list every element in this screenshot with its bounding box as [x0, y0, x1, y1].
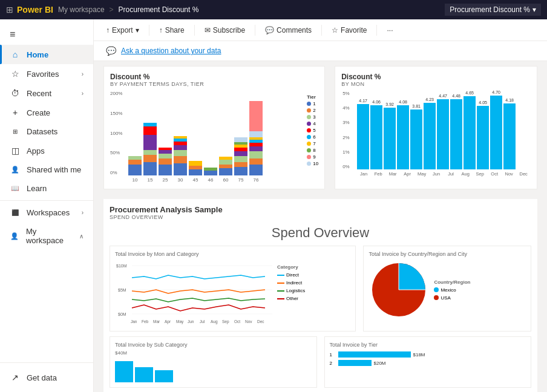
- sidebar-item-shared[interactable]: 👤 Shared with me: [0, 160, 93, 179]
- breadcrumb-sep: >: [110, 5, 114, 14]
- qa-bar[interactable]: 💬 Ask a question about your data: [94, 41, 547, 61]
- sidebar-label-workspaces: Workspaces: [27, 208, 70, 217]
- sidebar-item-home[interactable]: ⌂ Home: [0, 45, 93, 64]
- favorite-button[interactable]: ☆ Favorite: [327, 24, 372, 37]
- svg-text:Feb: Feb: [142, 319, 149, 324]
- bar-mar: 3.92: [384, 102, 396, 169]
- y-axis-label: 0%: [110, 170, 127, 175]
- share-button[interactable]: ↑ Share: [154, 24, 189, 37]
- legend-tier-1: 1: [307, 101, 318, 106]
- sidebar-item-create[interactable]: + Create: [0, 103, 93, 122]
- sidebar-item-datasets[interactable]: ⊞ Datasets: [0, 122, 93, 141]
- sidebar-label-learn: Learn: [27, 184, 47, 193]
- bar-46: [204, 168, 217, 175]
- sidebar-item-apps[interactable]: ◫ Apps: [0, 141, 93, 160]
- sidebar-label-myworkspace: My workspace: [26, 227, 73, 245]
- sidebar-label-apps: Apps: [27, 146, 45, 155]
- tier-legend: 1 2 3 4 5 6 7 8 9 10: [307, 101, 318, 166]
- bar-may: 3.81: [410, 104, 422, 169]
- sidebar-label-shared: Shared with me: [27, 165, 81, 174]
- subscribe-button[interactable]: ✉ Subscribe: [200, 24, 250, 37]
- main-layout: ≡ ⌂ Home ☆ Favorites › ⏱ Recent › + Crea…: [0, 19, 547, 392]
- svg-text:$10M: $10M: [116, 264, 127, 268]
- bar-aug: 4.48: [450, 94, 462, 169]
- bar-oct: 4.05: [477, 100, 489, 169]
- hamburger-button[interactable]: ≡: [0, 24, 93, 45]
- topbar: ⊞ Power BI My workspace > Procurement Di…: [0, 0, 547, 19]
- chart2-subtitle: BY MON: [341, 81, 531, 87]
- y-axis-label: 100%: [110, 131, 127, 136]
- export-icon: ↑: [106, 26, 110, 34]
- bottom-charts: Total Invoice by Sub Category $40M Total…: [110, 336, 531, 388]
- export-button[interactable]: ↑ Export ▾: [101, 24, 144, 37]
- tier-chart: Total Invoice by Tier 1 $18M 2 $20M: [324, 336, 532, 388]
- sidebar-divider: [0, 200, 93, 201]
- legend-tier-5: 5: [307, 128, 318, 133]
- chevron-myworkspace: ∧: [79, 233, 84, 240]
- bar-apr: 4.08: [397, 100, 409, 169]
- svg-text:Nov: Nov: [245, 319, 252, 324]
- workspace-link[interactable]: My workspace: [58, 5, 105, 14]
- toolbar-sep-4: [321, 25, 322, 36]
- getdata-icon: ↗: [10, 373, 21, 382]
- sidebar-label-favorites: Favorites: [27, 70, 59, 79]
- svg-text:Oct: Oct: [234, 319, 240, 324]
- favorite-icon: ☆: [332, 26, 338, 34]
- sidebar-item-recent[interactable]: ⏱ Recent ›: [0, 83, 93, 103]
- comments-button[interactable]: 💬 Comments: [260, 24, 316, 37]
- procurement-title: Procurement Analysis Sample: [110, 205, 531, 214]
- sidebar-item-myworkspace[interactable]: 👤 My workspace ∧: [0, 222, 93, 250]
- toolbar-sep-2: [194, 25, 195, 36]
- chart1-subtitle: BY PAYMENT TERMS DAYS, TIER: [110, 81, 318, 87]
- stacked-bars: [110, 91, 304, 175]
- qa-text[interactable]: Ask a question about your data: [121, 47, 221, 55]
- line-chart-container: Total Invoice by Mon and Category $10M $…: [110, 246, 356, 332]
- legend-tier-4: 4: [307, 121, 318, 126]
- svg-text:Apr: Apr: [165, 319, 171, 324]
- bar-30: [174, 136, 187, 175]
- svg-text:Sep: Sep: [222, 319, 229, 324]
- y-axis-label: 150%: [110, 111, 127, 116]
- apps-icon[interactable]: ⊞: [6, 5, 13, 15]
- svg-text:Jul: Jul: [200, 319, 205, 324]
- more-button[interactable]: ···: [382, 24, 398, 37]
- svg-text:Jun: Jun: [188, 319, 194, 324]
- myworkspace-icon: 👤: [10, 232, 20, 240]
- svg-text:Dec: Dec: [257, 319, 264, 324]
- legend-tier-10: 10: [307, 161, 318, 166]
- sidebar-item-workspaces[interactable]: ⬛ Workspaces ›: [0, 203, 93, 222]
- sidebar-item-getdata[interactable]: ↗ Get data: [0, 368, 93, 387]
- chart2-title: Discount %: [341, 73, 531, 81]
- chevron-icon: ›: [82, 71, 84, 77]
- home-icon: ⌂: [10, 50, 21, 59]
- bar-76: [249, 101, 263, 175]
- bar-nov: 4.70: [490, 90, 502, 169]
- bar-jul: 4.47: [437, 94, 449, 169]
- sidebar-label-getdata: Get data: [27, 373, 57, 382]
- tier-row-2: 2 $20M: [330, 360, 526, 366]
- toolbar-sep-1: [149, 25, 149, 36]
- pie-chart-area: Country/Region Mexico USA: [368, 260, 526, 320]
- bar-jun: 4.23: [424, 97, 436, 169]
- sidebar-item-favorites[interactable]: ☆ Favorites ›: [0, 64, 93, 83]
- shared-icon: 👤: [10, 166, 21, 174]
- bar-25: [159, 148, 172, 175]
- svg-text:May: May: [176, 319, 184, 324]
- x-axis-labels: 10 15 25 30 45 46 60 75 76: [110, 177, 304, 183]
- bar-60: [219, 157, 232, 175]
- spend-overview-title: Spend Overview: [110, 220, 531, 246]
- comments-icon: 💬: [265, 26, 274, 34]
- procurement-subtitle: SPEND OVERVIEW: [110, 214, 531, 220]
- main-content: ↑ Export ▾ ↑ Share ✉ Subscribe 💬 Comment…: [94, 19, 547, 392]
- procurement-section: Procurement Analysis Sample SPEND OVERVI…: [103, 199, 537, 392]
- report-title-button[interactable]: Procurement Discount % ▾: [445, 4, 541, 16]
- tier-row-1: 1 $18M: [330, 351, 526, 358]
- sidebar-item-learn[interactable]: 📖 Learn: [0, 179, 93, 198]
- toolbar-sep-5: [376, 25, 377, 36]
- sidebar-label-datasets: Datasets: [27, 127, 57, 136]
- report-toolbar: ↑ Export ▾ ↑ Share ✉ Subscribe 💬 Comment…: [94, 19, 547, 41]
- charts-row1: Discount % BY PAYMENT TERMS DAYS, TIER 2…: [94, 61, 547, 194]
- chart1-title: Discount %: [110, 73, 318, 81]
- pie-svg: [368, 260, 429, 320]
- workspaces-icon: ⬛: [10, 209, 21, 216]
